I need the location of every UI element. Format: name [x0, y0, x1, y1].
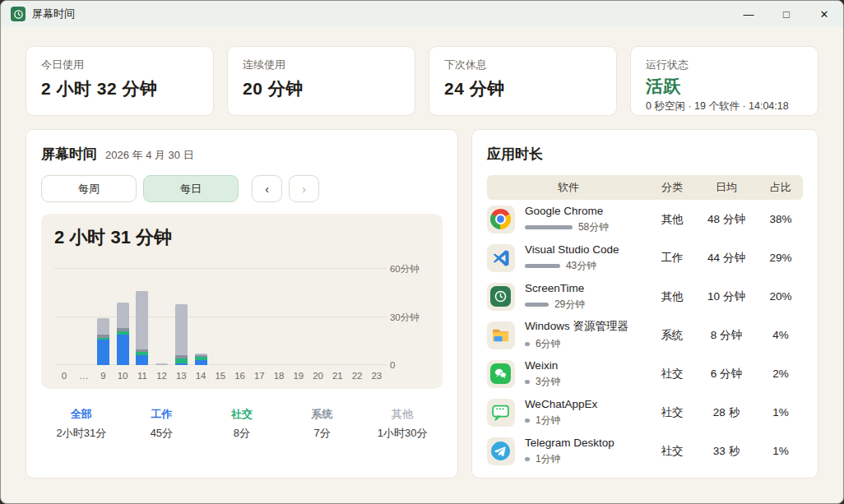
app-share: 1%: [758, 406, 803, 418]
daily-tab[interactable]: 每日: [143, 175, 239, 202]
x-axis-tick-label: 21: [328, 371, 348, 381]
x-axis-tick-label: 18: [269, 371, 289, 381]
app-name: WeChatAppEx: [525, 398, 650, 410]
app-share: 4%: [758, 329, 803, 341]
category-summary-item-系统[interactable]: 系统7分: [282, 407, 363, 441]
card-run-status: 运行状态 活跃 0 秒空闲 · 19 个软件 · 14:04:18: [630, 46, 818, 116]
main-content: 今日使用 2 小时 32 分钟 连续使用 20 分钟 下次休息 24 分钟 运行…: [1, 27, 843, 503]
stacked-bar[interactable]: [97, 318, 109, 365]
card-continuous-usage: 连续使用 20 分钟: [227, 46, 415, 116]
bars-container: [54, 255, 387, 365]
app-category: 工作: [650, 251, 694, 266]
table-row[interactable]: ScreenTime29分钟其他10 分钟20%: [487, 277, 803, 316]
app-usage: 58分钟: [525, 220, 650, 234]
bar-segment-工作: [117, 335, 129, 365]
app-category: 其他: [650, 212, 694, 227]
stacked-bar[interactable]: [155, 363, 168, 365]
status-badge: 活跃: [646, 75, 803, 98]
minimize-button[interactable]: —: [730, 1, 767, 27]
app-share: 38%: [758, 213, 803, 225]
card-value: 2 小时 32 分钟: [41, 77, 198, 100]
y-axis-tick-label: 30分钟: [390, 311, 429, 323]
current-date: 2026 年 4 月 30 日: [105, 148, 194, 163]
weixin-icon: [487, 360, 515, 388]
app-info: Google Chrome58分钟: [525, 205, 650, 234]
usage-minutes: 29分钟: [554, 298, 585, 312]
stacked-bar[interactable]: [175, 304, 188, 365]
stacked-bar[interactable]: [195, 354, 207, 365]
app-info: WeChatAppEx1分钟: [525, 398, 650, 428]
prev-day-button[interactable]: ‹: [252, 175, 282, 202]
column-category: 分类: [650, 180, 694, 195]
category-name: 社交: [202, 407, 282, 422]
card-value: 20 分钟: [243, 77, 400, 100]
category-summary-item-全部[interactable]: 全部2小时31分: [41, 407, 122, 441]
bar-slot-hour-22: [347, 255, 367, 365]
bar-segment-工作: [175, 363, 188, 365]
weekly-tab[interactable]: 每周: [41, 175, 137, 202]
card-label: 今日使用: [41, 58, 198, 72]
bar-slot-hour-14: [191, 255, 211, 365]
stacked-bar[interactable]: [117, 303, 129, 365]
card-value: 24 分钟: [444, 77, 601, 100]
app-daily-average: 44 分钟: [694, 251, 758, 266]
app-daily-average: 8 分钟: [694, 328, 758, 343]
bar-slot-hour-9: [94, 255, 114, 365]
category-duration: 7分: [282, 426, 363, 441]
table-row[interactable]: WeChatAppEx1分钟社交28 秒1%: [487, 393, 803, 432]
app-usage: 29分钟: [525, 298, 650, 312]
screentime-icon: [487, 283, 515, 311]
category-summary-item-工作[interactable]: 工作45分: [122, 407, 202, 441]
app-daily-average: 48 分钟: [694, 212, 758, 227]
maximize-button[interactable]: □: [767, 1, 805, 27]
close-button[interactable]: ✕: [805, 1, 843, 27]
bar-slot-hour-18: [269, 255, 289, 365]
screen-time-panel: 屏幕时间 2026 年 4 月 30 日 每周 每日 ‹ › 2 小时 31 分…: [26, 129, 458, 479]
bar-segment-其他: [136, 291, 148, 349]
chart-plot-area: 030分钟60分钟: [54, 255, 429, 365]
chart-total-label: 2 小时 31 分钟: [54, 225, 429, 250]
table-row[interactable]: Visual Studio Code43分钟工作44 分钟29%: [487, 238, 803, 277]
category-summary-item-社交[interactable]: 社交8分: [202, 407, 282, 441]
table-row[interactable]: Weixin3分钟社交6 分钟2%: [487, 354, 803, 393]
app-usage: 1分钟: [525, 414, 650, 428]
card-today-usage: 今日使用 2 小时 32 分钟: [26, 46, 214, 116]
table-row[interactable]: Telegram Desktop1分钟社交33 秒1%: [487, 432, 803, 470]
app-daily-average: 33 秒: [694, 444, 758, 459]
app-name: Windows 资源管理器: [525, 319, 650, 334]
x-axis-tick-label: …: [74, 371, 94, 381]
app-category: 其他: [650, 289, 694, 304]
stacked-bar[interactable]: [136, 291, 148, 365]
category-duration: 2小时31分: [41, 426, 122, 441]
next-day-button[interactable]: ›: [289, 175, 319, 202]
usage-bar: [525, 380, 530, 384]
app-info: Visual Studio Code43分钟: [525, 243, 650, 273]
app-category: 社交: [650, 405, 694, 420]
app-duration-panel: 应用时长 软件 分类 日均 占比 Google Chrome58分钟其他48 分…: [471, 129, 818, 479]
window-title: 屏幕时间: [32, 7, 75, 21]
table-row[interactable]: Google Chrome58分钟其他48 分钟38%: [487, 200, 803, 238]
x-axis-tick-label: 15: [211, 371, 230, 381]
bar-slot-hour-0: [54, 255, 74, 365]
category-name: 工作: [122, 407, 202, 422]
table-row[interactable]: Windows 资源管理器6分钟系统8 分钟4%: [487, 316, 803, 354]
category-summary-item-其他[interactable]: 其他1小时30分: [362, 407, 443, 441]
app-info: ScreenTime29分钟: [525, 282, 650, 312]
x-axis-tick-label: 16: [230, 371, 250, 381]
category-duration: 45分: [122, 426, 202, 441]
panel-title: 屏幕时间: [41, 145, 97, 164]
app-name: Google Chrome: [525, 205, 650, 217]
usage-bar: [525, 418, 530, 423]
usage-bar: [525, 225, 573, 229]
y-axis-tick-label: 60分钟: [390, 263, 429, 275]
y-axis-tick-label: 0: [390, 360, 429, 370]
bar-slot-hour-19: [289, 255, 308, 365]
wechatappex-icon: [487, 399, 515, 427]
x-axis-tick-label: 19: [289, 371, 308, 381]
card-label: 下次休息: [444, 58, 601, 72]
card-label: 运行状态: [646, 58, 803, 72]
bar-slot-hour-13: [172, 255, 192, 365]
bar-slot-hour-15: [211, 255, 230, 365]
title-bar: 屏幕时间 — □ ✕: [1, 1, 843, 27]
usage-minutes: 3分钟: [536, 375, 561, 389]
